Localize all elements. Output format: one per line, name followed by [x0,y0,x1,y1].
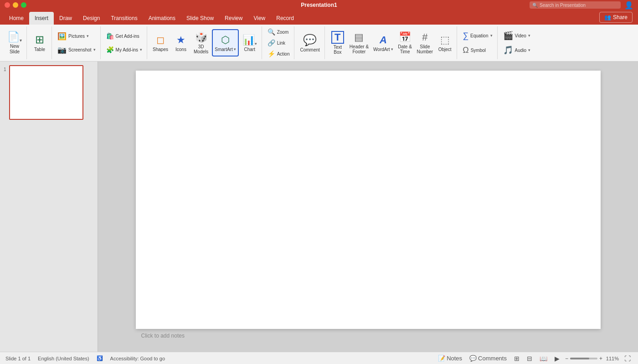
tab-review[interactable]: Review [219,12,248,25]
screenshot-button[interactable]: 📷 Screenshot ▾ [56,43,98,56]
table-icon: ⊞ [35,33,44,46]
wordart-button[interactable]: A WordArt ▾ [371,29,395,56]
slide-number-button[interactable]: # SlideNumber [415,29,435,56]
title-bar: Presentation1 🔍 Search in Presentation 👤 [0,0,638,10]
slide-canvas[interactable] [136,71,601,329]
chart-button[interactable]: 📊 ▾ Chart [241,29,259,56]
symbol-button[interactable]: Ω Symbol [461,44,494,56]
search-box[interactable]: 🔍 Search in Presentation [530,1,621,9]
user-icon[interactable]: 👤 [624,1,633,10]
pictures-icon: 🖼️ [57,32,67,41]
shapes-icon: ◻ [156,34,165,46]
slide-sorter-button[interactable]: ⊟ [525,354,534,363]
tab-insert[interactable]: Insert [29,12,54,25]
zoom-slider[interactable] [570,358,597,359]
get-addins-button[interactable]: 🛍️ Get Add-ins [104,30,144,42]
slide-info: Slide 1 of 1 [5,356,31,361]
tab-view[interactable]: View [248,12,271,25]
window-controls[interactable] [5,2,26,8]
tab-record[interactable]: Record [271,12,299,25]
audio-button[interactable]: 🎵 Audio ▾ [501,44,533,56]
video-button[interactable]: 🎬 Video ▾ [501,29,533,42]
tab-draw[interactable]: Draw [54,12,77,25]
main-area: 1 Click to add notes [0,62,638,352]
3dmodels-icon: 🎲 [195,31,207,43]
ribbon-group-comments: 💬 Comment [295,26,324,59]
new-slide-button[interactable]: 📄 ▾ NewSlide [5,29,24,56]
slide-number: 1 [4,65,6,72]
canvas-area: Click to add notes [98,62,638,352]
zoom-icon: 🔍 [268,28,275,36]
notes-toggle[interactable]: 📝 Notes [436,354,464,363]
shapes-button[interactable]: ◻ Shapes [151,29,170,56]
search-icon: 🔍 [532,3,538,8]
action-icon: ⚡ [268,50,275,57]
ribbon-group-text: T TextBox ▤ Header &Footer A WordArt ▾ 📅… [326,26,457,59]
tab-slideshow[interactable]: Slide Show [181,12,219,25]
ribbon-group-illustrations: ◻ Shapes ★ Icons 🎲 3DModels ⬡ SmartArt ▾ [148,26,262,59]
link-button[interactable]: 🔗 Link [266,38,292,48]
comments-toggle[interactable]: 💬 Comments [468,354,509,363]
action-button[interactable]: ⚡ Action [266,49,292,59]
3d-models-button[interactable]: 🎲 3DModels [192,29,210,56]
symbol-icon: Ω [463,46,468,55]
video-icon: 🎬 [503,31,513,41]
ribbon-group-media: 🎬 Video ▾ 🎵 Audio ▾ [499,26,535,59]
my-addins-button[interactable]: 🧩 My Add-ins ▾ [104,43,144,56]
chart-icon: 📊 [242,34,255,46]
close-button[interactable] [5,2,10,8]
status-bar-right: 📝 Notes 💬 Comments ⊞ ⊟ 📖 ▶ − + 111% ⛶ [436,354,633,363]
tab-transitions[interactable]: Transitions [105,12,143,25]
share-button[interactable]: 👥 Share [599,12,633,23]
pictures-button[interactable]: 🖼️ Pictures ▾ [56,30,98,42]
reading-view-button[interactable]: 📖 [538,354,549,363]
zoom-level[interactable]: 111% [604,356,619,361]
minimize-button[interactable] [13,2,18,8]
normal-view-button[interactable]: ⊞ [512,354,521,363]
wordart-icon: A [380,34,387,46]
tab-design[interactable]: Design [77,12,105,25]
smartart-button[interactable]: ⬡ SmartArt ▾ [212,29,238,56]
comment-button[interactable]: 💬 Comment [298,29,321,56]
slide-thumbnail[interactable] [9,65,83,120]
share-icon: 👥 [604,14,611,21]
my-addins-icon: 🧩 [106,46,114,53]
tab-home[interactable]: Home [4,12,29,25]
tab-animations[interactable]: Animations [143,12,181,25]
textbox-icon: T [331,31,344,44]
status-bar: Slide 1 of 1 English (United States) ♿ A… [0,352,638,364]
table-button[interactable]: ⊞ Table [31,29,49,56]
notes-area[interactable]: Click to add notes [136,329,601,343]
search-placeholder: Search in Presentation [540,3,586,8]
notes-placeholder: Click to add notes [141,333,185,339]
header-footer-icon: ▤ [354,31,364,43]
new-slide-icon: 📄 [7,31,20,43]
ribbon-group-symbols: ∑ Equation ▾ Ω Symbol [458,26,497,59]
equation-button[interactable]: ∑ Equation ▾ [461,29,494,42]
object-button[interactable]: ⬚ Object [436,29,454,56]
ribbon: 📄 ▾ NewSlide ⊞ Table 🖼️ Pictures ▾ 📷 Scr… [0,25,638,62]
audio-icon: 🎵 [503,45,513,55]
zoom-out-icon[interactable]: − [565,355,568,362]
equation-icon: ∑ [463,31,468,41]
window-title: Presentation1 [301,2,337,8]
zoom-area: − + 111% [565,355,619,362]
icons-button[interactable]: ★ Icons [172,29,190,56]
accessibility-icon: ♿ [97,355,103,361]
language: English (United States) [38,356,89,361]
table-label: Table [34,47,45,52]
ribbon-group-slides: 📄 ▾ NewSlide [3,26,27,59]
zoom-slider-fill [570,358,589,359]
fit-window-button[interactable]: ⛶ [623,354,633,363]
zoom-in-icon[interactable]: + [599,355,602,362]
header-footer-button[interactable]: ▤ Header &Footer [348,29,370,56]
ribbon-tabs: Home Insert Draw Design Transitions Anim… [0,10,638,25]
maximize-button[interactable] [21,2,26,8]
zoom-button[interactable]: 🔍 Zoom [266,27,292,37]
textbox-button[interactable]: T TextBox [329,29,347,56]
slideshow-button[interactable]: ▶ [553,354,561,363]
comment-icon: 💬 [303,34,317,46]
date-time-button[interactable]: 📅 Date &Time [396,29,414,56]
comments-icon: 💬 [469,355,477,362]
title-bar-right: 🔍 Search in Presentation 👤 [530,1,633,10]
